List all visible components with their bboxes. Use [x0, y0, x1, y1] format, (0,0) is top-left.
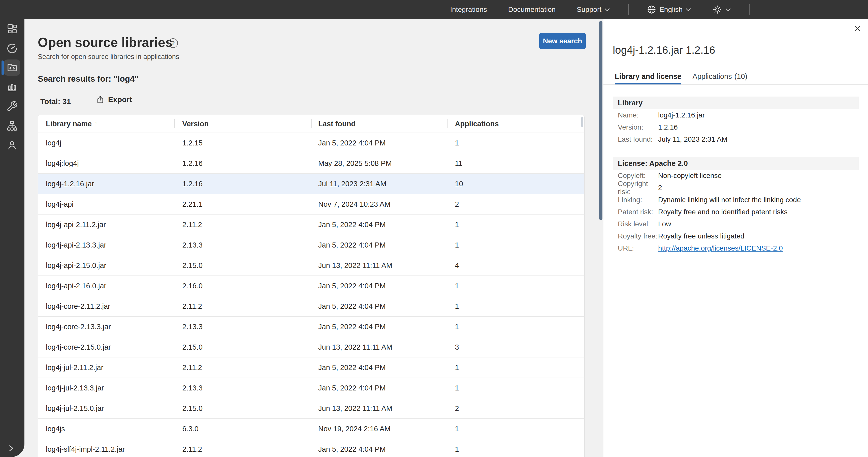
column-header-last-found[interactable]: Last found — [311, 120, 447, 128]
table-cell-library: log4j:log4j — [38, 159, 174, 167]
tab-library-and-license[interactable]: Library and license — [615, 68, 681, 85]
bar-chart-icon — [6, 81, 18, 93]
field-label: Royalty free: — [618, 232, 658, 240]
table-row[interactable]: log4j-api-2.15.0.jar2.15.0Jun 13, 2022 1… — [38, 255, 584, 276]
close-button[interactable] — [852, 24, 863, 33]
sidebar-item-open-source-libraries[interactable] — [4, 60, 20, 75]
table-row[interactable]: log4j-core-2.13.3.jar2.13.3Jan 5, 2022 4… — [38, 316, 584, 337]
field-label: URL: — [618, 244, 658, 252]
results-table: Library name ↑ Version Last found Applic… — [38, 115, 585, 457]
export-label: Export — [108, 95, 132, 104]
table-cell-last_found: Jan 5, 2022 4:04 PM — [311, 241, 447, 249]
chevron-right-icon — [8, 444, 14, 453]
sidebar-item-tools[interactable] — [4, 98, 20, 115]
globe-icon — [647, 5, 656, 14]
sidebar-item-statistics[interactable] — [4, 79, 20, 95]
table-cell-library: log4j-slf4j-impl-2.11.2.jar — [38, 445, 174, 454]
table-cell-library: log4j-api — [38, 200, 174, 209]
table-cell-last_found: Jun 13, 2022 11:11 AM — [311, 343, 447, 352]
wrench-icon — [6, 100, 18, 112]
theme-selector[interactable] — [702, 4, 742, 14]
detail-field-row: Last found:July 11, 2023 2:31 AM — [603, 133, 868, 146]
export-icon — [96, 95, 104, 104]
table-scrollbar-thumb[interactable] — [581, 117, 583, 127]
page-title: Open source libraries — [38, 35, 173, 50]
nav-documentation[interactable]: Documentation — [498, 5, 566, 13]
export-button[interactable]: Export — [96, 95, 132, 104]
help-icon[interactable]: ? — [168, 38, 178, 48]
table-cell-applications: 1 — [447, 445, 585, 454]
table-cell-version: 2.21.1 — [174, 200, 311, 209]
table-cell-library: log4j-1.2.16.jar — [38, 180, 174, 188]
table-row[interactable]: log4j1.2.15Jan 5, 2022 4:04 PM1 — [38, 133, 584, 153]
table-cell-library: log4j-jul-2.13.3.jar — [38, 384, 174, 392]
nav-divider — [628, 4, 629, 15]
sidebar-item-gauge[interactable] — [4, 40, 20, 56]
table-body: log4j1.2.15Jan 5, 2022 4:04 PM1log4j:log… — [38, 133, 584, 457]
table-cell-applications: 1 — [447, 139, 585, 147]
top-nav: Integrations Documentation Support Engli… — [0, 0, 868, 19]
table-cell-applications: 11 — [447, 159, 585, 167]
detail-field-row: Patent risk:Royalty free and no identifi… — [603, 206, 868, 218]
table-row[interactable]: log4j-api-2.13.3.jar2.13.3Jan 5, 2022 4:… — [38, 235, 584, 255]
chevron-down-icon — [686, 8, 691, 11]
nav-support[interactable]: Support — [566, 5, 621, 13]
table-cell-last_found: Jun 13, 2022 11:11 AM — [311, 262, 447, 270]
nav-integrations-label: Integrations — [450, 5, 487, 13]
table-cell-version: 2.11.2 — [174, 302, 311, 310]
field-value: 1.2.16 — [658, 123, 678, 131]
table-row[interactable]: log4j-core-2.15.0.jar2.15.0Jun 13, 2022 … — [38, 337, 584, 358]
table-row[interactable]: log4js6.3.0Nov 19, 2024 2:16 AM1 — [38, 419, 584, 439]
table-row[interactable]: log4j-api-2.16.0.jar2.16.0Jan 5, 2022 4:… — [38, 276, 584, 296]
license-url-link[interactable]: http://apache.org/licenses/LICENSE-2.0 — [658, 244, 783, 252]
table-row[interactable]: log4j-api2.21.1Nov 7, 2024 10:23 AM2 — [38, 194, 584, 214]
sidebar-item-infrastructure[interactable] — [4, 118, 20, 134]
field-label: Linking: — [618, 196, 658, 204]
sort-ascending-icon: ↑ — [94, 120, 98, 128]
table-cell-last_found: Jan 5, 2022 4:04 PM — [311, 323, 447, 331]
library-section-fields: Name:log4j-1.2.16.jarVersion:1.2.16Last … — [603, 109, 868, 146]
table-cell-version: 2.11.2 — [174, 220, 311, 229]
table-cell-last_found: Jan 5, 2022 4:04 PM — [311, 220, 447, 229]
table-cell-applications: 4 — [447, 262, 585, 270]
column-divider — [311, 119, 312, 128]
field-value: Non-copyleft license — [658, 172, 722, 180]
sidebar-expand-button[interactable] — [5, 443, 17, 454]
table-row[interactable]: log4j-jul-2.11.2.jar2.11.2Jan 5, 2022 4:… — [38, 358, 584, 378]
column-header-version[interactable]: Version — [174, 120, 311, 128]
table-row[interactable]: log4j-jul-2.15.0.jar2.15.0Jun 13, 2022 1… — [38, 398, 584, 419]
table-cell-library: log4j — [38, 139, 174, 147]
table-cell-version: 1.2.16 — [174, 180, 311, 188]
tab-applications[interactable]: Applications (10) — [692, 68, 747, 85]
table-row[interactable]: log4j-jul-2.13.3.jar2.13.3Jan 5, 2022 4:… — [38, 378, 584, 398]
sidebar-item-dashboard[interactable] — [4, 21, 20, 37]
theme-sun-icon — [712, 4, 722, 14]
sitemap-icon — [6, 120, 18, 131]
language-selector[interactable]: English — [636, 5, 702, 14]
table-row[interactable]: log4j-1.2.16.jar1.2.16Jul 11, 2023 2:31 … — [38, 174, 584, 194]
chevron-down-icon — [604, 8, 610, 11]
nav-integrations[interactable]: Integrations — [439, 5, 497, 13]
table-row[interactable]: log4j-slf4j-impl-2.11.2.jar2.11.2Jan 5, … — [38, 439, 584, 457]
table-row[interactable]: log4j:log4j1.2.16May 28, 2025 5:08 PM11 — [38, 153, 584, 174]
panel-title: log4j-1.2.16.jar 1.2.16 — [613, 44, 715, 56]
column-header-library-name[interactable]: Library name ↑ — [38, 120, 174, 128]
search-results-heading: Search results for: "log4" — [38, 74, 138, 84]
table-cell-library: log4j-api-2.13.3.jar — [38, 241, 174, 249]
language-label: English — [659, 5, 683, 13]
table-cell-version: 2.13.3 — [174, 384, 311, 392]
field-value: Royalty free and no identified patent ri… — [658, 208, 787, 216]
table-cell-applications: 1 — [447, 425, 585, 433]
user-icon — [6, 140, 18, 151]
field-label: Patent risk: — [618, 208, 658, 216]
table-cell-library: log4j-api-2.16.0.jar — [38, 282, 174, 290]
new-search-button[interactable]: New search — [539, 33, 586, 49]
table-row[interactable]: log4j-core-2.11.2.jar2.11.2Jan 5, 2022 4… — [38, 296, 584, 316]
detail-panel: log4j-1.2.16.jar 1.2.16 Library and lice… — [603, 19, 868, 457]
sidebar-item-users[interactable] — [4, 137, 20, 153]
table-cell-version: 2.15.0 — [174, 404, 311, 413]
table-cell-library: log4j-jul-2.15.0.jar — [38, 404, 174, 413]
table-row[interactable]: log4j-api-2.11.2.jar2.11.2Jan 5, 2022 4:… — [38, 214, 584, 235]
panel-scrollbar-thumb[interactable] — [599, 21, 602, 220]
column-header-applications[interactable]: Applications — [447, 120, 585, 128]
